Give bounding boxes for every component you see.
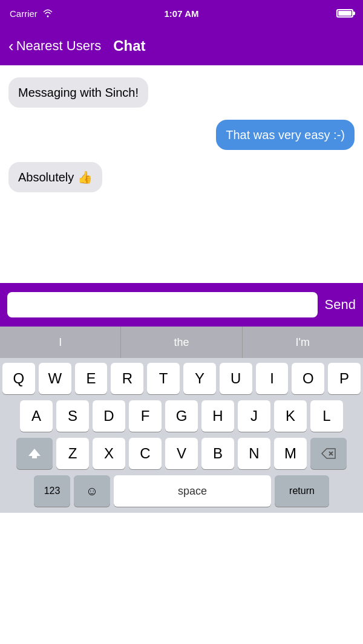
predictive-word-3[interactable]: I'm: [243, 327, 363, 358]
key-g[interactable]: G: [165, 400, 198, 432]
message-bubble-2: That was very easy :-): [216, 120, 355, 150]
nav-title: Chat: [113, 37, 145, 54]
shift-key[interactable]: [16, 438, 53, 469]
back-label: Nearest Users: [16, 38, 102, 54]
shift-icon: [27, 446, 42, 461]
message-bubble-3: Absolutely 👍: [8, 162, 102, 192]
status-bar: Carrier 1:07 AM: [0, 0, 363, 27]
key-m[interactable]: M: [274, 438, 307, 469]
key-r[interactable]: R: [111, 363, 143, 394]
key-u[interactable]: U: [220, 363, 252, 394]
keyboard-row-1: Q W E R T Y U I O P: [2, 363, 361, 394]
carrier-label: Carrier: [10, 8, 38, 19]
backspace-key[interactable]: [310, 438, 347, 469]
key-e[interactable]: E: [75, 363, 108, 394]
predictive-bar: I the I'm: [0, 327, 363, 358]
key-j[interactable]: J: [238, 400, 270, 432]
key-v[interactable]: V: [165, 438, 198, 469]
key-b[interactable]: B: [201, 438, 234, 469]
status-left: Carrier: [10, 8, 53, 19]
space-key[interactable]: space: [114, 475, 271, 507]
predictive-word-1[interactable]: I: [0, 327, 121, 358]
status-right: [336, 9, 353, 18]
key-y[interactable]: Y: [183, 363, 216, 394]
key-d[interactable]: D: [93, 400, 125, 432]
return-key[interactable]: return: [275, 475, 329, 507]
back-button[interactable]: ‹ Nearest Users: [8, 37, 101, 56]
key-c[interactable]: C: [129, 438, 162, 469]
key-a[interactable]: A: [20, 400, 53, 432]
send-button[interactable]: Send: [325, 297, 356, 313]
chat-area: Messaging with Sinch! That was very easy…: [0, 65, 363, 283]
key-w[interactable]: W: [39, 363, 71, 394]
battery-icon: [336, 9, 353, 18]
key-t[interactable]: T: [147, 363, 180, 394]
key-o[interactable]: O: [292, 363, 324, 394]
key-p[interactable]: P: [328, 363, 361, 394]
numbers-key[interactable]: 123: [34, 475, 70, 507]
nav-bar: ‹ Nearest Users Chat: [0, 27, 363, 65]
key-z[interactable]: Z: [56, 438, 89, 469]
key-x[interactable]: X: [93, 438, 125, 469]
svg-marker-0: [28, 449, 41, 458]
message-input[interactable]: [7, 292, 318, 317]
key-l[interactable]: L: [310, 400, 343, 432]
key-q[interactable]: Q: [2, 363, 35, 394]
keyboard: Q W E R T Y U I O P A S D F G H J K L Z …: [0, 358, 363, 513]
key-k[interactable]: K: [274, 400, 307, 432]
keyboard-row-3: Z X C V B N M: [2, 438, 361, 469]
wifi-icon: [42, 9, 53, 18]
predictive-word-2[interactable]: the: [121, 327, 242, 358]
input-area: Send: [0, 283, 363, 327]
emoji-key[interactable]: ☺: [74, 475, 110, 507]
key-f[interactable]: F: [129, 400, 162, 432]
key-h[interactable]: H: [201, 400, 234, 432]
back-chevron-icon: ‹: [8, 37, 14, 56]
key-i[interactable]: I: [256, 363, 289, 394]
backspace-icon: [321, 447, 336, 460]
key-s[interactable]: S: [56, 400, 89, 432]
keyboard-row-2: A S D F G H J K L: [2, 400, 361, 432]
key-n[interactable]: N: [238, 438, 270, 469]
message-bubble-1: Messaging with Sinch!: [8, 77, 148, 108]
status-time: 1:07 AM: [165, 8, 199, 19]
keyboard-bottom-row: 123 ☺ space return: [2, 475, 361, 513]
